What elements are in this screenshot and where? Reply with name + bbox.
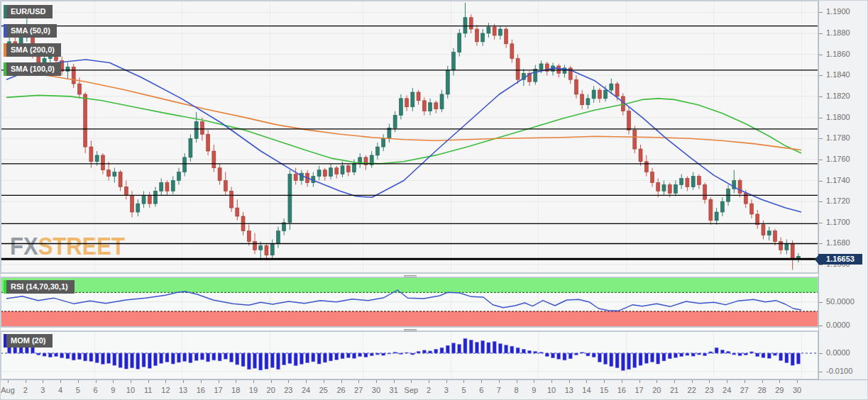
axis-tick [411,380,412,383]
bull-candle [610,84,613,90]
axis-tick [324,380,324,383]
bull-candle [393,116,397,128]
momentum-bar [738,353,742,356]
axis-tick [819,353,823,354]
axis-tick [499,380,500,383]
price-tag-arrow-icon [815,255,818,264]
axis-tick [819,201,823,202]
axis-tick [358,380,359,383]
momentum-bar [429,351,432,353]
axis-tick [253,380,254,383]
momentum-bar [317,353,321,364]
momentum-bar [686,353,689,355]
axis-tick [165,380,166,383]
bull-candle [171,181,175,191]
momentum-bar [498,343,502,353]
mom-label-box[interactable]: MOM (20) [4,334,53,348]
price-axis-label: 1.1900 [826,7,850,16]
bull-candle [160,182,163,191]
momentum-bar [399,353,402,355]
sma50-label-box[interactable]: SMA (50,0) [4,24,57,38]
axis-tick [819,138,823,139]
price-axis[interactable]: 1.19001.18801.18601.18401.18201.18001.17… [818,1,868,379]
momentum-bar [516,348,520,353]
momentum-bar [119,353,122,367]
bear-candle [581,94,584,105]
bull-candle [317,170,321,177]
chart-canvas[interactable] [1,1,818,379]
bear-candle [346,166,350,172]
bear-candle [598,90,601,99]
price-axis-label: 1.1680 [826,238,850,247]
price-axis-label: 1.1820 [826,91,850,100]
momentum-bar [452,343,456,353]
momentum-bar [405,352,409,353]
pane-splitter[interactable] [1,273,818,277]
pane-splitter[interactable] [1,327,818,331]
momentum-bar [131,353,134,368]
bull-candle [113,172,116,177]
pane-border [1,1,818,273]
momentum-bar [370,353,373,356]
momentum-bar [709,352,713,353]
splitter-grip-icon[interactable] [404,328,417,331]
axis-tick [394,380,395,383]
momentum-bar [481,340,485,353]
axis-tick [819,243,823,244]
bear-candle [779,242,783,250]
price-axis-label: 1.1780 [826,133,850,142]
bear-candle [756,214,759,225]
bull-candle [674,184,677,193]
bull-candle [300,173,303,180]
rsi-label-box[interactable]: RSI (14,70,30,1) [4,280,75,294]
momentum-bar [668,353,671,359]
bull-candle [463,18,467,33]
axis-tick [819,12,823,13]
price-axis-label: 1.1860 [826,50,850,58]
axis-tick [819,372,823,372]
momentum-bar [732,353,736,355]
bear-candle [703,184,707,199]
axis-tick [674,380,675,383]
axis-tick [534,380,534,383]
momentum-bar [744,353,747,355]
momentum-bar [411,353,414,355]
bull-candle [452,52,456,70]
date-axis[interactable]: Aug2345691011121316171819202324252627303… [1,379,868,400]
momentum-bar [183,353,187,361]
bear-candle [738,181,742,194]
momentum-bar [265,353,268,369]
momentum-bar [422,350,426,353]
bear-candle [773,231,776,242]
rsi-line [6,290,801,311]
momentum-bar [177,353,180,362]
bear-candle [72,67,75,84]
bear-candle [574,79,578,94]
momentum-bar [463,338,467,353]
bull-candle [662,184,666,191]
momentum-bar [621,353,625,370]
momentum-bar [189,353,192,363]
sma200-label-box[interactable]: SMA (200,0) [4,43,61,57]
momentum-bar [615,353,619,368]
axis-tick [113,380,114,383]
axis-tick [78,380,79,383]
axis-tick [819,223,823,223]
sma100-label-box[interactable]: SMA (100,0) [4,62,61,76]
bull-candle [680,179,683,185]
bull-candle [136,204,140,212]
momentum-bar [236,353,239,365]
momentum-bar [207,353,210,362]
splitter-grip-icon[interactable] [404,274,417,277]
bear-candle [77,84,81,94]
bull-candle [715,212,718,221]
axis-tick [376,380,377,383]
bear-candle [422,101,426,111]
bear-candle [644,162,648,172]
symbol-label-box[interactable]: EUR/USD [4,5,53,18]
momentum-bar [446,345,449,353]
bear-candle [639,149,642,162]
momentum-bar [48,353,52,357]
bear-candle [253,242,257,250]
momentum-bar [563,353,566,360]
